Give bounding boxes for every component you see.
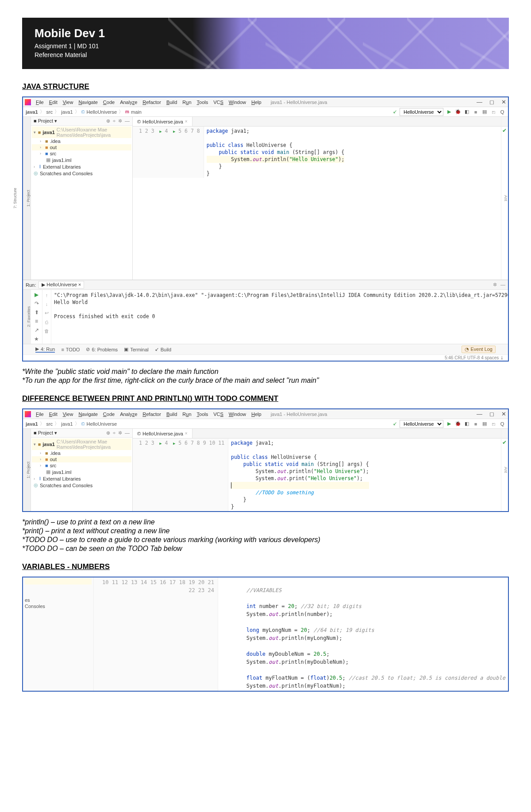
ant-tool[interactable]: Ant xyxy=(501,117,508,280)
menu-tools[interactable]: Tools xyxy=(195,412,211,417)
magnify-icon[interactable]: Q xyxy=(499,109,505,115)
crumb-java1[interactable]: java1 xyxy=(26,109,38,115)
tab-todo[interactable]: ≡ TODO xyxy=(61,347,80,352)
stop-icon[interactable]: ■ xyxy=(473,421,479,427)
close-icon[interactable]: ✕ xyxy=(501,99,506,105)
menu-build[interactable]: Build xyxy=(164,100,179,105)
menu-view[interactable]: View xyxy=(61,100,76,105)
export-icon[interactable]: ↗ xyxy=(35,327,39,333)
menu-file[interactable]: File xyxy=(34,100,46,105)
menu-help[interactable]: Help xyxy=(249,412,264,417)
code-editor[interactable]: 10 11 12 13 14 15 16 17 18 19 20 21 22 2… xyxy=(94,577,508,691)
run-config-select[interactable]: HelloUniverse xyxy=(400,108,443,116)
star-icon[interactable]: ★ xyxy=(34,336,39,342)
magnify-icon[interactable]: Q xyxy=(499,421,505,427)
crumb-class[interactable]: HelloUniverse xyxy=(87,109,117,115)
hide-icon[interactable]: — xyxy=(125,118,130,124)
gutter-project[interactable]: 1: Project xyxy=(26,120,31,276)
note: *println() – use to print a text on a ne… xyxy=(22,518,509,526)
status-bar: 5:46 CRLF UTF-8 4 spaces ⤓ xyxy=(23,354,508,361)
coverage-icon[interactable]: ◧ xyxy=(464,421,470,427)
editor-tab[interactable]: ©HelloUniverse.java × xyxy=(133,429,192,438)
code-editor[interactable]: 1 2 3 ▶ 4 ▶ 5 6 7 8 package java1; publi… xyxy=(133,127,508,178)
menu-run[interactable]: Run xyxy=(180,412,193,417)
run-hide-icon[interactable]: — xyxy=(500,282,505,288)
menu-build[interactable]: Build xyxy=(164,412,179,417)
print-icon[interactable]: ⎙ xyxy=(45,319,48,325)
code-editor[interactable]: 1 2 3 ▶ 4 ▶ 5 6 7 8 9 10 11 package java… xyxy=(133,439,508,511)
menu-vcs[interactable]: VCS xyxy=(211,100,226,105)
tab-terminal[interactable]: ▣ Terminal xyxy=(124,346,149,352)
crumb-main[interactable]: main xyxy=(131,109,142,115)
gutter-structure[interactable]: 7: Structure xyxy=(13,120,17,276)
run-gear-icon[interactable]: ✲ xyxy=(493,282,497,288)
minimize-icon[interactable]: — xyxy=(477,99,482,105)
build-hammer-icon[interactable]: ↙ xyxy=(393,109,397,115)
down-arrow-icon[interactable]: ↓ xyxy=(46,301,48,307)
rerun-icon[interactable]: ▶ xyxy=(35,292,38,298)
wrap-icon[interactable]: ↩ xyxy=(45,310,49,316)
tab-problems[interactable]: ⊘ 6: Problems xyxy=(86,346,118,352)
project-tree[interactable]: ▾■ java1 C:\Users\Roxanne Mae Ramos\Idea… xyxy=(31,126,132,177)
run-config-select[interactable]: HelloUniverse xyxy=(400,420,443,428)
collapse-icon[interactable]: ⊕ xyxy=(106,118,110,124)
minimize-icon[interactable]: — xyxy=(477,411,482,417)
close-tab-icon[interactable]: × xyxy=(185,119,188,124)
intellij-icon xyxy=(25,411,31,417)
menu-window[interactable]: Window xyxy=(227,100,248,105)
menu-refactor[interactable]: Refactor xyxy=(140,100,163,105)
close-icon[interactable]: ✕ xyxy=(501,411,506,417)
menu-refactor[interactable]: Refactor xyxy=(140,412,163,417)
maximize-icon[interactable]: ◻ xyxy=(489,99,494,105)
gear-icon[interactable]: ✲ xyxy=(118,118,122,124)
menu-edit[interactable]: Edit xyxy=(47,412,60,417)
search-icon[interactable]: ⏍ xyxy=(490,421,496,427)
debug-icon[interactable]: 🐞 xyxy=(455,421,461,427)
menu-navigate[interactable]: Navigate xyxy=(76,100,100,105)
menu-window[interactable]: Window xyxy=(227,412,248,417)
stop-icon[interactable]: ■ xyxy=(473,109,479,115)
menu-navigate[interactable]: Navigate xyxy=(76,412,100,417)
crumb-src[interactable]: src xyxy=(46,109,53,115)
menu-code[interactable]: Code xyxy=(101,100,117,105)
menu-run[interactable]: Run xyxy=(180,100,193,105)
menu-analyze[interactable]: Analyze xyxy=(118,412,139,417)
up-arrow-icon[interactable]: ↑ xyxy=(46,292,48,298)
run-tab[interactable]: ▶ HelloUniverse × xyxy=(38,281,84,289)
menu-edit[interactable]: Edit xyxy=(47,100,60,105)
run-icon[interactable]: ▶ xyxy=(446,421,452,427)
tab-build[interactable]: ↙ Build xyxy=(155,346,171,352)
course-banner: Mobile Dev 1 Assignment 1 | MD 101 Refer… xyxy=(22,18,509,69)
trash-icon[interactable]: 🗑 xyxy=(44,328,49,334)
stop-icon[interactable]: ↷ xyxy=(35,300,39,307)
layout-icon[interactable]: ▤ xyxy=(481,421,488,427)
run-output[interactable]: "C:\Program Files\Java\jdk-14.0.2\bin\ja… xyxy=(51,290,508,344)
ant-tool[interactable]: Ant xyxy=(501,429,508,511)
build-hammer-icon[interactable]: ↙ xyxy=(393,421,397,427)
maximize-icon[interactable]: ◻ xyxy=(489,411,494,417)
layout-icon[interactable]: ≡ xyxy=(35,318,38,324)
tab-run[interactable]: ▶ 4: Run xyxy=(35,346,55,353)
coverage-icon[interactable]: ◧ xyxy=(464,109,470,115)
menu-vcs[interactable]: VCS xyxy=(211,412,226,417)
project-tree[interactable]: ▾■ java1 C:\Users\Roxanne Mae Ramos\Idea… xyxy=(31,438,132,489)
close-tab-icon[interactable]: × xyxy=(185,431,188,436)
note: *Write the "public static void main" to … xyxy=(22,368,509,376)
menu-code[interactable]: Code xyxy=(101,412,117,417)
menu-analyze[interactable]: Analyze xyxy=(118,100,139,105)
layout-icon[interactable]: ▤ xyxy=(481,109,488,115)
divide-icon[interactable]: ÷ xyxy=(113,118,115,124)
search-icon[interactable]: ⏍ xyxy=(490,109,496,115)
menu-tools[interactable]: Tools xyxy=(195,100,211,105)
menu-view[interactable]: View xyxy=(61,412,76,417)
event-log[interactable]: ◔ Event Log xyxy=(462,346,496,353)
menu-file[interactable]: File xyxy=(34,412,46,417)
crumb-pkg[interactable]: java1 xyxy=(61,109,73,115)
up-icon[interactable]: ⬆ xyxy=(35,309,39,316)
run-icon[interactable]: ▶ xyxy=(446,109,452,115)
editor-panel: ©HelloUniverse.java × 1 2 3 ▶ 4 ▶ 5 6 7 … xyxy=(133,117,508,280)
debug-icon[interactable]: 🐞 xyxy=(455,109,461,115)
favorites-gutter[interactable]: 2: Favorites xyxy=(27,306,31,327)
menu-help[interactable]: Help xyxy=(249,100,264,105)
editor-tab[interactable]: ©HelloUniverse.java × xyxy=(133,117,192,126)
